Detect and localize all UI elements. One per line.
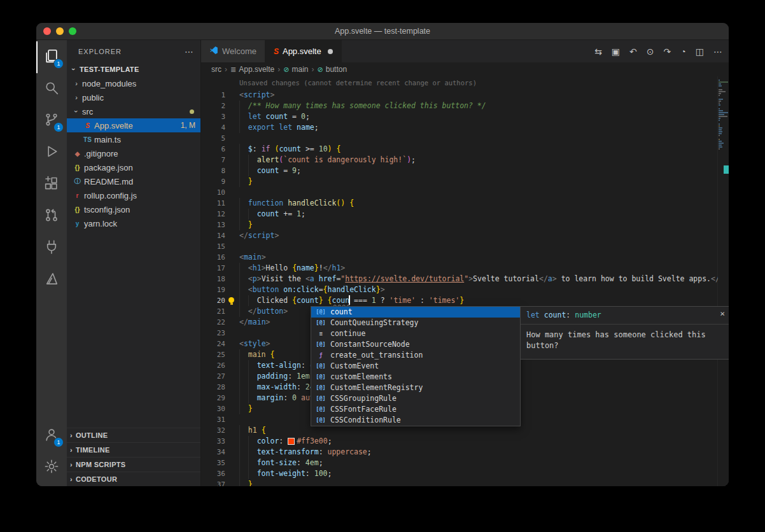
code-line-16[interactable]: 16<main> (201, 252, 729, 263)
code-editor[interactable]: Unsaved changes (cannot determine recent… (201, 76, 729, 486)
activity-item-explorer[interactable]: 1 (36, 41, 67, 73)
code-token: = (279, 166, 292, 175)
gitlens-blame-icon[interactable]: ⊙ (647, 46, 654, 57)
indent-guide (248, 468, 257, 479)
suggestion-CustomElementRegistry[interactable]: [@]CustomElementRegistry (311, 382, 520, 393)
suggestion-create_out_transition[interactable]: ƒcreate_out_transition (311, 350, 520, 361)
code-line-10[interactable]: 10 (201, 187, 729, 198)
minimap-line (719, 110, 723, 111)
code-line-20[interactable]: 20 Clicked {count} {coun === 1 ? 'time' … (201, 295, 729, 306)
file-item-tsconfig.json[interactable]: {}tsconfig.json (67, 202, 200, 216)
activity-item-settings[interactable] (36, 452, 67, 484)
suggestion-CountQueuingStrategy[interactable]: [@]CountQueuingStrategy (311, 318, 520, 328)
activity-item-azure[interactable] (36, 264, 67, 296)
file-history-icon[interactable]: ◔ (680, 46, 685, 57)
sidebar-section-outline[interactable]: ›OUTLINE (67, 428, 200, 442)
zoom-window-button[interactable] (69, 27, 76, 35)
suggestion-CSSGroupingRule[interactable]: [@]CSSGroupingRule (311, 393, 520, 404)
activity-item-search[interactable] (36, 73, 67, 105)
gitlens-compare-icon[interactable]: ⇆ (594, 46, 602, 57)
breadcrumb-item-app-svelte[interactable]: ≣App.svelte (230, 65, 274, 74)
breadcrumb-item-main[interactable]: ⊘main (283, 65, 308, 74)
code-line-18[interactable]: 18 <p>Visit the <a href="https://svelte.… (201, 274, 729, 284)
code-line-37[interactable]: 37 } (201, 479, 729, 486)
code-line-36[interactable]: 36 font-weight: 100; (201, 468, 729, 479)
code-line-9[interactable]: 9 } (201, 176, 729, 187)
file-item-package.json[interactable]: {}package.json (67, 160, 200, 174)
title-bar[interactable]: App.svelte — test-template (36, 23, 729, 40)
folder-item-src[interactable]: ›src (67, 104, 200, 118)
activity-item-run-debug[interactable] (36, 137, 67, 169)
file-label: src (81, 107, 93, 116)
code-line-17[interactable]: 17 <h1>Hello {name}!</h1> (201, 263, 729, 274)
code-line-4[interactable]: 4 export let name; (201, 122, 729, 133)
code-line-1[interactable]: 1<script> (201, 90, 729, 101)
workspace-section-header[interactable]: › TEST-TEMPLATE (67, 62, 200, 76)
code-line-8[interactable]: 8 count = 9; (201, 165, 729, 176)
go-forward-icon[interactable]: ↷ (664, 46, 671, 57)
code-line-14[interactable]: 14</script> (201, 230, 729, 241)
suggestion-CSSFontFaceRule[interactable]: [@]CSSFontFaceRule (311, 404, 520, 415)
tab-welcome[interactable]: Welcome (201, 40, 265, 62)
minimap[interactable] (718, 76, 729, 486)
tab-app-svelte[interactable]: SApp.svelte (265, 40, 342, 62)
sidebar-section-timeline[interactable]: ›TIMELINE (67, 442, 200, 457)
lightbulb-icon[interactable] (228, 297, 234, 303)
code-line-15[interactable]: 15 (201, 241, 729, 252)
code-line-34[interactable]: 34 text-transform: uppercase; (201, 447, 729, 458)
workspace-name: TEST-TEMPLATE (80, 66, 139, 73)
minimap-line (719, 83, 721, 85)
go-back-icon[interactable]: ↶ (629, 46, 637, 57)
code-line-11[interactable]: 11 function handleClick() { (201, 198, 729, 209)
code-line-13[interactable]: 13 } (201, 220, 729, 230)
activity-item-accounts[interactable]: 1 (36, 420, 67, 452)
breadcrumb-item-src[interactable]: src (211, 65, 221, 74)
code-line-5[interactable]: 5 (201, 133, 729, 144)
code-line-32[interactable]: 32 h1 { (201, 425, 729, 436)
suggestion-continue[interactable]: ≡continue (311, 328, 520, 339)
folder-item-node_modules[interactable]: ›node_modules (67, 76, 200, 90)
sidebar-section-npm-scripts[interactable]: ›NPM SCRIPTS (67, 457, 200, 472)
suggestion-CSSConditionRule[interactable]: [@]CSSConditionRule (311, 415, 520, 426)
file-item-main.ts[interactable]: TSmain.ts (67, 132, 200, 146)
suggestion-ConstantSourceNode[interactable]: [@]ConstantSourceNode (311, 339, 520, 350)
code-token: 4em (305, 458, 319, 467)
folder-item-public[interactable]: ›public (67, 90, 200, 104)
breadcrumb-item-button[interactable]: ⊘button (318, 65, 347, 74)
activity-item-extensions[interactable] (36, 169, 67, 200)
file-item-yarn.lock[interactable]: yyarn.lock (67, 216, 200, 230)
file-item-rollup.config.js[interactable]: rrollup.config.js (67, 188, 200, 202)
minimize-window-button[interactable] (56, 27, 64, 35)
file-item-.gitignore[interactable]: ◆.gitignore (67, 146, 200, 160)
indent-guide (248, 447, 257, 458)
code-token: : (288, 372, 297, 381)
code-line-33[interactable]: 33 color: #ff3e00; (201, 436, 729, 447)
close-window-button[interactable] (43, 27, 51, 35)
code-line-7[interactable]: 7 alert(`count is dangerously high!`); (201, 155, 729, 165)
sidebar-section-codetour[interactable]: ›CODETOUR (67, 472, 200, 486)
code-token: === (349, 296, 372, 305)
suggestion-CustomEvent[interactable]: [@]CustomEvent (311, 361, 520, 372)
activity-item-github-pr[interactable] (36, 200, 67, 232)
code-token: >= (301, 144, 319, 153)
code-line-35[interactable]: 35 font-size: 4em; (201, 458, 729, 468)
code-token: main (244, 253, 262, 262)
code-line-6[interactable]: 6 $: if (count >= 10) { (201, 144, 729, 155)
svelte-file-icon: S (82, 122, 93, 129)
code-line-19[interactable]: 19 <button on:click={handleClick}> (201, 284, 729, 295)
file-item-App.svelte[interactable]: SApp.svelte1, M (67, 118, 200, 132)
suggestion-count[interactable]: [@]count (311, 307, 520, 318)
open-changes-icon[interactable]: ▣ (612, 46, 620, 57)
code-line-3[interactable]: 3 let count = 0; (201, 111, 729, 122)
more-actions-icon[interactable]: ⋯ (713, 46, 722, 57)
close-icon[interactable]: × (720, 308, 725, 319)
suggestion-customElements[interactable]: [@]customElements (311, 372, 520, 382)
split-editor-icon[interactable]: ◫ (696, 46, 704, 57)
code-line-12[interactable]: 12 count += 1; (201, 209, 729, 220)
activity-item-source-control[interactable]: 1 (36, 105, 67, 137)
sidebar-more-actions-icon[interactable]: ⋯ (185, 46, 194, 57)
file-item-README.md[interactable]: ⓘREADME.md (67, 174, 200, 188)
line-content: <h1>Hello {name}!</h1> (239, 263, 345, 274)
code-line-2[interactable]: 2 /** How many times has someone clicked… (201, 101, 729, 111)
activity-item-remote[interactable] (36, 232, 67, 264)
